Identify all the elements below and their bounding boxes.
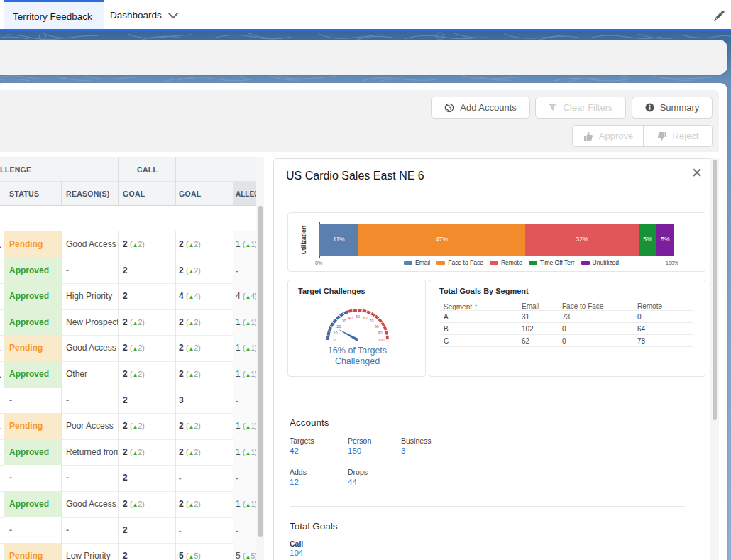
svg-text:30: 30 (342, 319, 346, 323)
svg-text:60: 60 (363, 316, 367, 320)
svg-text:50: 50 (356, 314, 360, 319)
svg-text:20: 20 (336, 324, 341, 329)
svg-text:100: 100 (378, 338, 384, 342)
svg-text:40: 40 (348, 316, 353, 320)
svg-text:80: 80 (375, 324, 379, 329)
svg-text:90: 90 (378, 331, 382, 335)
svg-text:70: 70 (369, 319, 373, 323)
svg-text:0: 0 (333, 338, 335, 342)
svg-text:10: 10 (334, 331, 338, 335)
